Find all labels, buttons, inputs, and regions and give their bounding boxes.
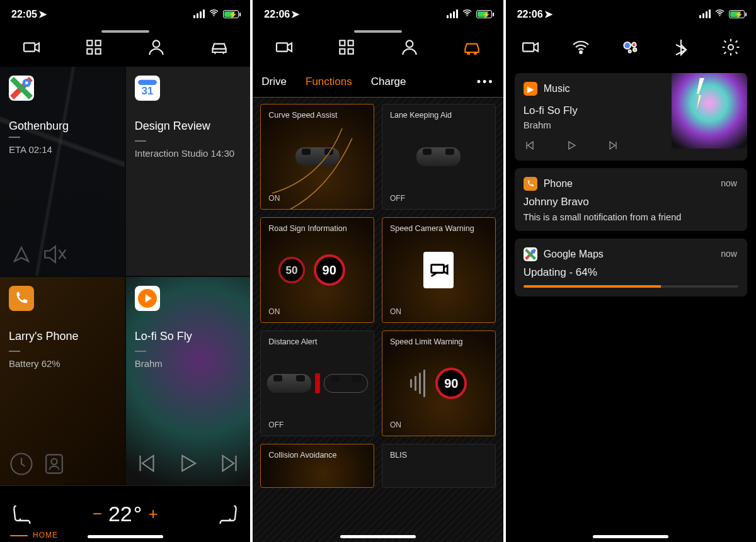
svg-rect-1 (24, 43, 35, 51)
svg-rect-25 (523, 43, 534, 51)
svg-point-6 (153, 40, 160, 47)
svg-point-30 (629, 50, 631, 53)
mute-icon[interactable] (40, 240, 68, 268)
calendar-sub: Interaction Studio 14:30 (135, 148, 242, 159)
svg-rect-18 (340, 40, 345, 45)
climate-bar: − 22° + HOME (0, 485, 250, 542)
location-icon: ➤ (38, 8, 47, 20)
prev-icon[interactable] (134, 450, 160, 477)
tab-more-button[interactable]: ••• (477, 76, 495, 89)
settings-icon[interactable] (718, 35, 743, 60)
svg-rect-17 (277, 43, 287, 51)
svg-rect-19 (348, 40, 353, 45)
notification-phone[interactable]: Phone now Johnny Bravo This is a small n… (515, 168, 747, 231)
card-speed-limit-warning[interactable]: Speed Limit Warning 90 ON (382, 330, 496, 436)
next-icon[interactable] (216, 450, 243, 477)
card-curve-speed-assist[interactable]: Curve Speed Assist ON (260, 104, 374, 210)
svg-rect-21 (348, 49, 353, 54)
notification-music[interactable]: ▶ Music Lo-fi So Fly Brahm (515, 73, 747, 161)
curve-lines-icon (267, 123, 367, 210)
notification-time: now (721, 178, 737, 188)
camera-sign-icon (423, 252, 454, 288)
svg-point-28 (632, 43, 636, 47)
screen-functions: 22:06➤ ⚡ Drive Functions Charge ••• Curv… (253, 0, 503, 542)
wifi-icon (209, 8, 219, 20)
car-glyph (267, 374, 311, 393)
maps-eta: ETA 02:14 (9, 144, 116, 155)
wifi-toggle-icon[interactable] (568, 35, 593, 60)
card-speed-camera-warning[interactable]: Speed Camera Warning ON (382, 217, 496, 323)
bluetooth-icon[interactable] (668, 35, 694, 60)
card-blis[interactable]: BLIS (382, 444, 496, 488)
seat-right-icon[interactable] (216, 502, 241, 527)
svg-point-27 (624, 42, 631, 49)
tab-functions[interactable]: Functions (306, 76, 352, 88)
tab-charge[interactable]: Charge (371, 76, 406, 88)
apps-icon[interactable] (334, 35, 359, 60)
calendar-icon: 31 (135, 76, 160, 101)
prev-icon[interactable] (524, 139, 536, 152)
apps-icon[interactable] (81, 35, 106, 60)
speed-sign-icon: 90 (435, 368, 467, 399)
tile-phone[interactable]: Larry's Phone Battery 62% (0, 277, 125, 486)
car-icon[interactable] (207, 35, 232, 60)
cellular-icon (447, 9, 458, 18)
notification-time: now (721, 249, 737, 259)
screen-notifications: 22:06➤ ⚡ ▶ Music Lo-fi So Fly (506, 0, 756, 542)
home-indicator[interactable] (88, 535, 163, 538)
recents-icon[interactable] (8, 450, 35, 478)
top-nav (253, 28, 503, 67)
svg-rect-2 (87, 40, 92, 45)
play-music-icon (135, 286, 160, 311)
car-icon[interactable] (459, 35, 484, 60)
tab-drive[interactable]: Drive (261, 76, 287, 88)
pull-indicator[interactable] (101, 30, 149, 33)
seat-left-icon[interactable] (9, 502, 34, 527)
card-lane-keeping-aid[interactable]: Lane Keeping Aid OFF (382, 104, 496, 210)
svg-point-14 (51, 459, 57, 465)
home-label: HOME (10, 531, 58, 539)
camera-icon[interactable] (518, 35, 543, 60)
phone-icon (524, 177, 537, 191)
tile-maps[interactable]: Gothenburg ETA 02:14 (0, 67, 125, 276)
notification-maps[interactable]: Google Maps now Updating - 64% (515, 239, 747, 296)
profile-icon[interactable] (144, 35, 169, 60)
play-icon[interactable] (565, 139, 578, 152)
home-indicator[interactable] (340, 535, 416, 538)
clock: 22:06 (517, 9, 543, 20)
camera-icon[interactable] (19, 35, 44, 60)
quick-settings (506, 28, 756, 67)
camera-icon[interactable] (272, 35, 297, 60)
play-icon[interactable] (175, 450, 201, 477)
card-road-sign-information[interactable]: Road Sign Information 50 90 ON (260, 217, 374, 323)
svg-rect-20 (340, 49, 345, 54)
progress-bar (524, 285, 738, 288)
maps-title: Gothenburg (9, 120, 116, 133)
profile-icon[interactable] (397, 35, 422, 60)
card-collision-avoidance[interactable]: Collision Avoidance (260, 444, 374, 488)
temp-minus-button[interactable]: − (88, 504, 107, 524)
svg-rect-4 (87, 49, 92, 54)
contacts-icon[interactable] (40, 450, 68, 478)
home-indicator[interactable] (593, 535, 668, 538)
directions-icon[interactable] (8, 240, 35, 268)
maps-status: Updating - 64% (524, 266, 738, 279)
phone-icon (9, 286, 34, 311)
music-track: Lo-fi So Fly (524, 104, 672, 117)
speed-sign-icon: 90 (314, 254, 345, 286)
svg-point-24 (719, 15, 720, 16)
tile-music[interactable]: Lo-fi So Fly Brahm (126, 277, 251, 486)
wifi-icon (462, 8, 472, 20)
tile-calendar[interactable]: 31 Design Review Interaction Studio 14:3… (126, 67, 251, 276)
phone-app-label: Phone (544, 178, 573, 189)
phone-text: This is a small notification from a frie… (524, 212, 738, 222)
svg-point-0 (214, 15, 215, 16)
play-music-icon: ▶ (524, 82, 537, 96)
card-distance-alert[interactable]: Distance Alert OFF (260, 330, 374, 436)
temp-plus-button[interactable]: + (143, 504, 163, 524)
pull-indicator[interactable] (354, 30, 402, 33)
alert-bar-icon (315, 373, 320, 393)
next-icon[interactable] (607, 139, 619, 152)
assistant-icon[interactable] (618, 35, 643, 60)
car-tabs: Drive Functions Charge ••• (253, 67, 503, 97)
